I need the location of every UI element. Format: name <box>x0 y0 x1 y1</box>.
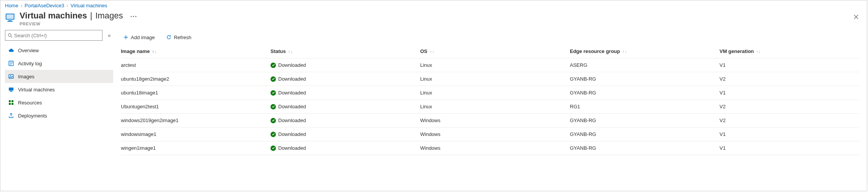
sidebar-item-overview[interactable]: Overview <box>5 44 113 57</box>
column-header-image-name[interactable]: Image name ↑↓ <box>121 48 271 54</box>
cell-status: Downloaded <box>271 104 420 109</box>
breadcrumb-link-device[interactable]: PortalAseDevice3 <box>25 3 64 8</box>
sidebar-item-activity-log[interactable]: Activity log <box>5 57 113 70</box>
svg-line-5 <box>11 36 12 37</box>
plus-icon <box>123 35 129 40</box>
sidebar-item-label: Activity log <box>18 61 42 66</box>
cell-status: Downloaded <box>271 118 420 123</box>
table-row[interactable]: Ubuntugen2test1DownloadedLinuxRG1V2 <box>121 100 859 114</box>
table-row[interactable]: arctestDownloadedLinuxASERGV1 <box>121 58 859 72</box>
column-header-os[interactable]: OS ↑↓ <box>420 48 570 54</box>
cell-status: Downloaded <box>271 76 420 82</box>
cell-image-name: windowsimage1 <box>121 131 271 137</box>
sidebar-item-images[interactable]: Images <box>5 70 113 83</box>
cell-status: Downloaded <box>271 90 420 96</box>
virtual-machines-icon <box>5 12 16 23</box>
cell-vm-generation: V2 <box>719 76 868 82</box>
sidebar-item-label: Overview <box>18 48 39 53</box>
sidebar-item-resources[interactable]: Resources <box>5 96 113 109</box>
sidebar-item-label: Virtual machines <box>18 87 55 93</box>
breadcrumb-link-home[interactable]: Home <box>5 3 18 8</box>
sidebar-item-label: Images <box>18 74 35 79</box>
svg-rect-14 <box>10 91 13 92</box>
sidebar-search[interactable] <box>5 30 102 41</box>
svg-rect-16 <box>12 100 13 102</box>
table-row[interactable]: ubuntu18image1DownloadedLinuxGYANB-RGV1 <box>121 86 859 100</box>
page-header: Virtual machines | Images ⋯ PREVIEW <box>0 9 867 30</box>
search-icon <box>8 33 13 38</box>
table-row[interactable]: ubuntu18gen2image2DownloadedLinuxGYANB-R… <box>121 72 859 86</box>
svg-rect-15 <box>9 100 11 102</box>
collapse-sidebar-button[interactable]: « <box>106 32 113 38</box>
success-icon <box>271 90 276 96</box>
table-row[interactable]: windowsimage1DownloadedWindowsGYANB-RGV1 <box>121 127 859 141</box>
svg-rect-17 <box>9 103 11 105</box>
cell-resource-group: RG1 <box>570 104 719 109</box>
cell-image-name: wingen1image1 <box>121 145 271 151</box>
sort-icon: ↑↓ <box>288 49 293 54</box>
svg-rect-3 <box>7 21 13 22</box>
cell-os: Linux <box>420 76 570 82</box>
sort-icon: ↑↓ <box>152 49 157 54</box>
chevron-right-icon: › <box>66 3 68 8</box>
breadcrumb: Home › PortalAseDevice3 › Virtual machin… <box>0 0 867 9</box>
cell-image-name: ubuntu18image1 <box>121 90 271 96</box>
cell-os: Linux <box>420 104 570 109</box>
column-header-resource-group[interactable]: Edge resource group ↑↓ <box>570 48 719 54</box>
grid-icon <box>8 99 14 106</box>
cell-image-name: Ubuntugen2test1 <box>121 104 271 109</box>
column-header-status[interactable]: Status ↑↓ <box>271 48 420 54</box>
sidebar-item-label: Deployments <box>18 113 47 119</box>
main-content: Add image Refresh Image name ↑↓ Status ↑… <box>116 30 867 191</box>
breadcrumb-link-vms[interactable]: Virtual machines <box>71 3 107 8</box>
sort-icon: ↑↓ <box>430 49 434 54</box>
cell-image-name: arctest <box>121 62 271 68</box>
sidebar-item-label: Resources <box>18 100 42 106</box>
svg-rect-18 <box>12 103 13 105</box>
refresh-label: Refresh <box>174 35 191 40</box>
cell-resource-group: GYANB-RG <box>570 76 719 82</box>
cell-vm-generation: V1 <box>719 62 868 68</box>
table-header-row: Image name ↑↓ Status ↑↓ OS ↑↓ Edge resou… <box>121 45 859 58</box>
success-icon <box>271 132 276 137</box>
chevron-right-icon: › <box>21 3 22 8</box>
sidebar-item-virtual-machines[interactable]: Virtual machines <box>5 83 113 96</box>
add-image-button[interactable]: Add image <box>121 33 157 42</box>
svg-rect-13 <box>10 91 12 91</box>
close-button[interactable] <box>851 12 861 22</box>
cell-resource-group: GYANB-RG <box>570 131 719 137</box>
refresh-button[interactable]: Refresh <box>164 33 194 42</box>
sidebar-item-deployments[interactable]: Deployments <box>5 109 113 122</box>
column-header-label: OS <box>420 48 427 54</box>
cell-os: Linux <box>420 90 570 96</box>
svg-rect-1 <box>7 14 14 19</box>
table-row[interactable]: wingen1image1DownloadedWindowsGYANB-RGV1 <box>121 141 859 155</box>
cell-image-name: windows2019gen2image1 <box>121 118 271 123</box>
success-icon <box>271 118 276 123</box>
cell-resource-group: GYANB-RG <box>570 145 719 151</box>
more-actions-button[interactable]: ⋯ <box>130 13 137 20</box>
cell-status: Downloaded <box>271 62 420 68</box>
cell-vm-generation: V2 <box>719 118 868 123</box>
toolbar: Add image Refresh <box>121 30 859 45</box>
column-header-vm-generation[interactable]: VM generation ↑↓ <box>719 48 868 54</box>
table-row[interactable]: windows2019gen2image1DownloadedWindowsGY… <box>121 114 859 127</box>
success-icon <box>271 104 276 109</box>
sidebar: « OverviewActivity logImagesVirtual mach… <box>0 30 116 191</box>
cell-vm-generation: V1 <box>719 90 868 96</box>
svg-rect-12 <box>9 88 13 91</box>
column-header-label: Image name <box>121 48 150 54</box>
sort-icon: ↑↓ <box>756 49 761 54</box>
success-icon <box>271 76 276 82</box>
search-input[interactable] <box>14 33 100 38</box>
cell-resource-group: GYANB-RG <box>570 118 719 123</box>
cell-status: Downloaded <box>271 145 420 151</box>
cell-vm-generation: V2 <box>719 104 868 109</box>
cell-status: Downloaded <box>271 131 420 137</box>
svg-point-11 <box>10 75 11 76</box>
cell-resource-group: GYANB-RG <box>570 90 719 96</box>
svg-point-4 <box>8 33 11 36</box>
cell-image-name: ubuntu18gen2image2 <box>121 76 271 82</box>
success-icon <box>271 146 276 151</box>
preview-badge: PREVIEW <box>20 22 137 26</box>
